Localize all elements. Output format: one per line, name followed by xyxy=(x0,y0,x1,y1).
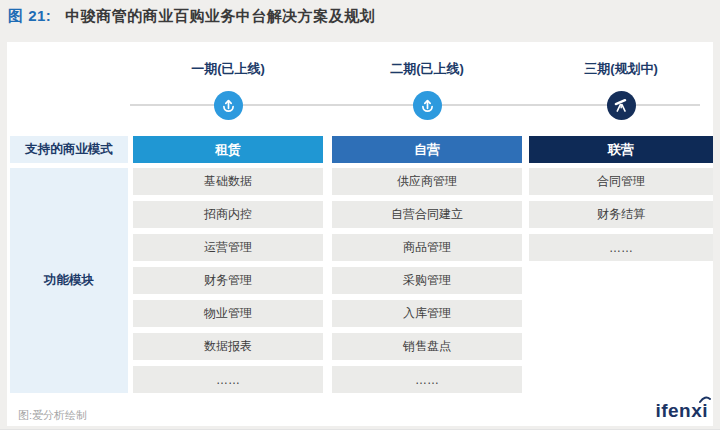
bottom-divider xyxy=(0,429,720,437)
module-cell: 数据报表 xyxy=(133,333,323,360)
module-cell: 运营管理 xyxy=(133,234,323,261)
module-cell: 物业管理 xyxy=(133,300,323,327)
module-cell: 合同管理 xyxy=(529,168,713,195)
launch-up-arrow-icon xyxy=(214,91,243,120)
phase-3-label: 三期(规划中) xyxy=(529,60,713,78)
module-cell: 销售盘点 xyxy=(332,333,522,360)
source-note: 图:爱分析绘制 xyxy=(18,408,87,423)
module-cell: 商品管理 xyxy=(332,234,522,261)
module-cell: …… xyxy=(133,366,323,393)
module-cell: …… xyxy=(332,366,522,393)
figure-number-label: 图 21: xyxy=(8,7,51,24)
module-cell: 自营合同建立 xyxy=(332,201,522,228)
business-model-row-label: 支持的商业模式 xyxy=(10,136,128,163)
module-cell: 招商内控 xyxy=(133,201,323,228)
module-cell: …… xyxy=(529,234,713,261)
model-header-joint-operation: 联营 xyxy=(529,136,713,163)
ifenxi-logo-swoosh-icon xyxy=(699,395,711,404)
module-cell: 基础数据 xyxy=(133,168,323,195)
ifenxi-logo: ifenxi xyxy=(655,400,708,422)
module-cell: 采购管理 xyxy=(332,267,522,294)
module-cell: 财务结算 xyxy=(529,201,713,228)
telescope-icon xyxy=(607,91,636,120)
model-header-self-operated: 自营 xyxy=(332,136,522,163)
phase-1-label: 一期(已上线) xyxy=(133,60,323,78)
module-cell: 入库管理 xyxy=(332,300,522,327)
model-header-leasing: 租赁 xyxy=(133,136,323,163)
figure-title: 中骏商管的商业百购业务中台解决方案及规划 xyxy=(65,7,375,24)
phase-2-label: 二期(已上线) xyxy=(332,60,522,78)
modules-row-label: 功能模块 xyxy=(10,168,128,393)
module-cell: 供应商管理 xyxy=(332,168,522,195)
module-cell: 财务管理 xyxy=(133,267,323,294)
launch-up-arrow-icon xyxy=(413,91,442,120)
figure-header: 图 21:中骏商管的商业百购业务中台解决方案及规划 xyxy=(8,7,712,26)
